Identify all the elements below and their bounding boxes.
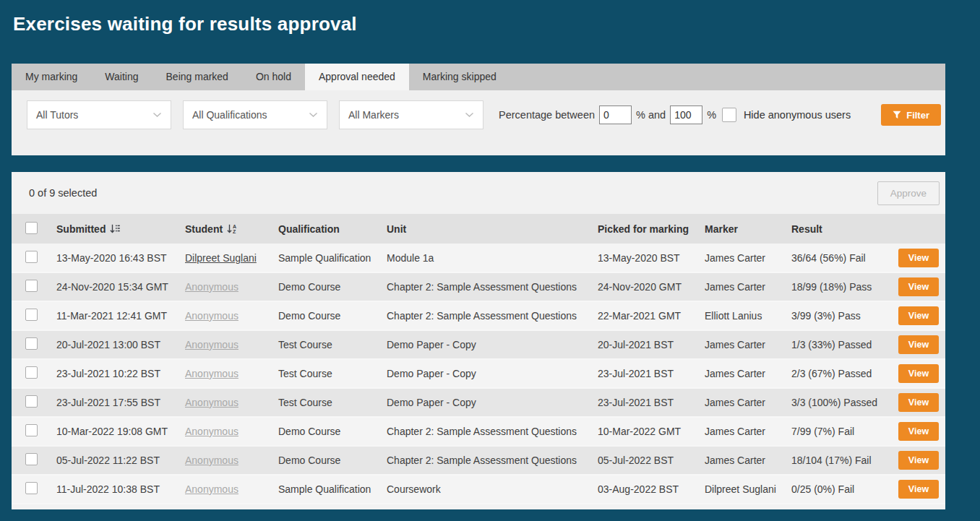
view-button[interactable]: View [898,364,939,383]
submitted-cell: 11-Mar-2021 12:41 GMT [49,301,178,330]
qualifications-dropdown[interactable]: All Qualifications [183,100,327,129]
unit-cell: Demo Paper - Copy [379,388,590,417]
filter-button[interactable]: Filter [881,104,941,126]
column-header-marker[interactable]: Marker [697,214,784,244]
column-header-student[interactable]: Student A Z [178,214,271,244]
view-button[interactable]: View [898,249,939,267]
qualification-cell: Sample Qualification [271,244,379,272]
marker-cell: Dilpreet Suglani [697,475,784,504]
table-row: 13-May-2020 16:43 BST Dilpreet Suglani S… [12,244,945,272]
row-checkbox[interactable] [25,395,38,408]
tab-marking-skipped[interactable]: Marking skipped [409,64,510,90]
result-cell: 1/3 (33%) Passed [784,330,891,359]
percentage-min-input[interactable] [599,106,632,124]
view-button[interactable]: View [898,393,939,412]
marker-cell: James Carter [697,272,784,301]
picked-cell: 13-May-2020 BST [590,244,697,272]
hide-anonymous-group: Hide anonymous users [722,108,851,122]
hide-anonymous-checkbox[interactable] [722,108,736,122]
submitted-cell: 11-Jul-2022 10:38 BST [49,475,178,504]
picked-cell: 10-Mar-2022 GMT [590,417,697,446]
column-header-unit[interactable]: Unit [379,214,590,244]
submitted-cell: 05-Jul-2022 11:22 BST [49,446,178,475]
view-button[interactable]: View [898,306,939,325]
qualification-cell: Demo Course [271,272,379,301]
picked-cell: 05-Jul-2022 BST [590,446,697,475]
student-link[interactable]: Anonymous [185,339,238,350]
submitted-cell: 23-Jul-2021 10:22 BST [49,359,178,388]
svg-text:Z: Z [233,229,236,233]
student-link[interactable]: Anonymous [185,310,238,322]
tab-waiting[interactable]: Waiting [91,64,152,90]
percentage-max-input[interactable] [670,106,702,124]
column-header-result[interactable]: Result [784,214,891,244]
submitted-cell: 20-Jul-2021 13:00 BST [49,330,178,359]
approve-button[interactable]: Approve [877,181,940,205]
qualification-cell: Test Course [271,359,379,388]
row-checkbox[interactable] [25,366,38,379]
student-link[interactable]: Anonymous [185,397,238,408]
submitted-cell: 13-May-2020 16:43 BST [49,244,178,272]
qualification-cell: Demo Course [271,301,379,330]
table-row: 20-Jul-2021 13:00 BST Anonymous Test Cou… [12,330,945,359]
column-header-submitted[interactable]: Submitted [49,214,178,244]
row-checkbox[interactable] [25,482,38,494]
unit-cell: Chapter 2: Sample Assessment Questions [379,301,590,330]
student-link[interactable]: Anonymous [185,483,238,495]
table-row: 24-Nov-2020 15:34 GMT Anonymous Demo Cou… [12,272,945,301]
row-checkbox[interactable] [25,251,38,263]
marker-cell: James Carter [697,388,784,417]
hide-anonymous-label: Hide anonymous users [744,109,851,121]
view-button[interactable]: View [898,277,939,296]
row-checkbox[interactable] [25,424,38,436]
column-header-qualification[interactable]: Qualification [271,214,379,244]
qualification-cell: Test Course [271,330,379,359]
marker-cell: James Carter [697,359,784,388]
tab-being-marked[interactable]: Being marked [152,64,242,90]
row-checkbox[interactable] [25,337,38,350]
result-cell: 36/64 (56%) Fail [784,244,891,272]
result-cell: 0/25 (0%) Fail [784,475,891,504]
table-row: 11-Jul-2022 10:38 BST Anonymous Sample Q… [12,475,945,504]
student-link[interactable]: Anonymous [185,455,238,466]
percentage-filter: Percentage between % and % [499,106,716,124]
picked-cell: 22-Mar-2021 GMT [590,301,697,330]
view-button[interactable]: View [898,335,939,354]
result-cell: 3/3 (100%) Passed [784,388,891,417]
student-link[interactable]: Anonymous [185,368,238,379]
marker-cell: James Carter [697,330,784,359]
table-header-row: Submitted Student [12,214,945,244]
tab-my-marking[interactable]: My marking [12,64,91,90]
row-checkbox[interactable] [25,453,38,465]
row-checkbox[interactable] [25,280,38,292]
tutors-dropdown[interactable]: All Tutors [27,100,171,129]
picked-cell: 20-Jul-2021 BST [590,330,697,359]
column-header-picked[interactable]: Picked for marking [590,214,697,244]
submitted-cell: 24-Nov-2020 15:34 GMT [49,272,178,301]
tab-approval-needed[interactable]: Approval needed [305,64,409,90]
filter-funnel-icon [893,111,901,119]
tab-on-hold[interactable]: On hold [242,64,305,90]
sort-amount-icon [110,224,120,233]
marker-cell: James Carter [697,417,784,446]
view-button[interactable]: View [898,451,939,470]
result-cell: 2/3 (67%) Passed [784,359,891,388]
marker-cell: James Carter [697,244,784,272]
tutors-dropdown-value: All Tutors [36,109,78,121]
view-button[interactable]: View [898,480,939,499]
sort-alpha-icon: A Z [227,224,237,233]
chevron-down-icon [309,112,318,118]
unit-cell: Chapter 2: Sample Assessment Questions [379,272,590,301]
qualifications-dropdown-value: All Qualifications [192,109,267,121]
row-checkbox[interactable] [25,309,38,321]
select-all-checkbox[interactable] [25,222,38,234]
unit-cell: Module 1a [379,244,590,272]
student-link[interactable]: Dilpreet Suglani [185,252,257,264]
table-row: 10-Mar-2022 19:08 GMT Anonymous Demo Cou… [12,417,945,446]
markers-dropdown[interactable]: All Markers [339,100,483,129]
picked-cell: 23-Jul-2021 BST [590,388,697,417]
view-button[interactable]: View [898,422,939,441]
student-link[interactable]: Anonymous [185,426,238,437]
student-link[interactable]: Anonymous [185,281,238,293]
unit-cell: Chapter 2: Sample Assessment Questions [379,417,590,446]
